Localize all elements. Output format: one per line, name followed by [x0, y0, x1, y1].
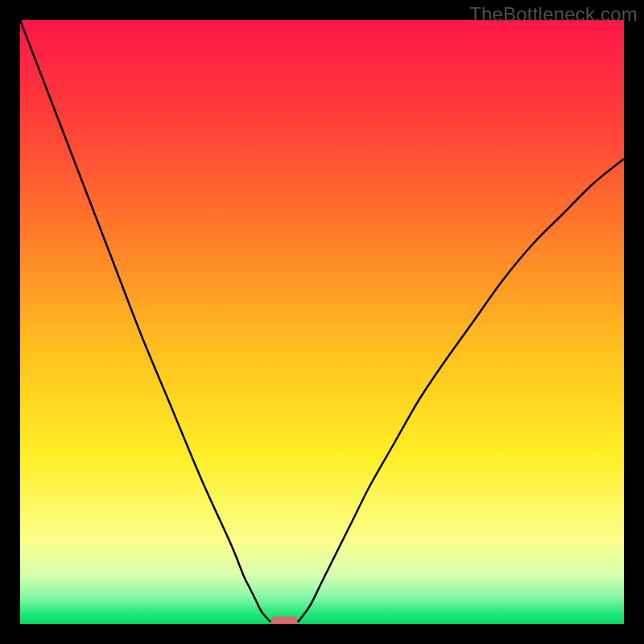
chart-frame: TheBottleneck.com: [0, 0, 644, 644]
gradient-background: [20, 20, 624, 624]
bottleneck-marker: [270, 617, 298, 624]
chart-svg: [20, 20, 624, 624]
watermark-text: TheBottleneck.com: [469, 3, 638, 26]
plot-area: [20, 20, 624, 624]
